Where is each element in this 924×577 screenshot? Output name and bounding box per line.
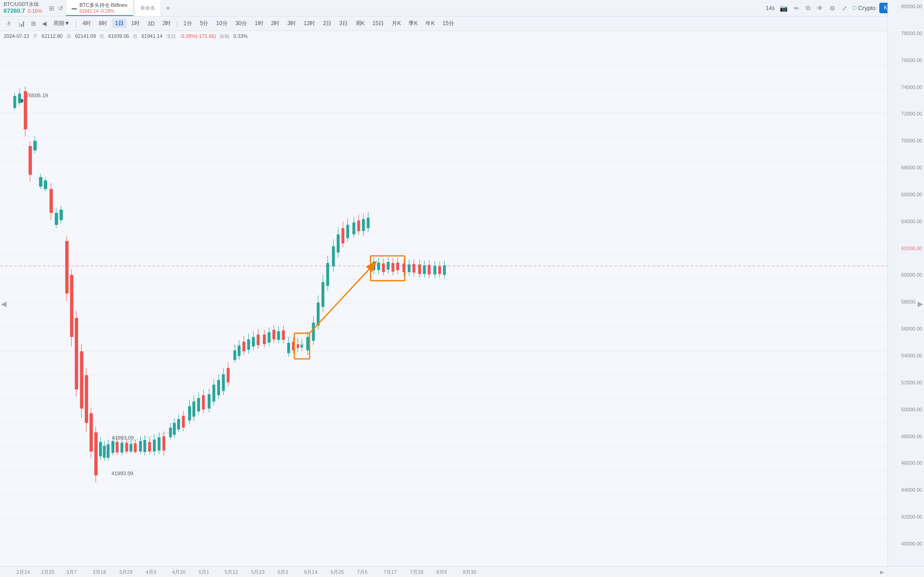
svg-text:2月25: 2月25	[41, 569, 54, 575]
tf-15d[interactable]: 15日	[369, 19, 387, 28]
tf-15m[interactable]: 15分	[439, 19, 457, 28]
date-axis-svg: 2月14 2月25 3月7 3月18 3月29 4月9 4月20 5月1 5月1…	[4, 567, 889, 577]
low-value: 61939.06	[108, 33, 129, 39]
replay-icon[interactable]: ◀	[40, 19, 49, 28]
symbol-info: BTC/USDT永续 67260.7 0.16%	[4, 1, 45, 15]
timeframe-bar: 🕯 📊 ⊞ ◀ 周期▼ | 4时 8时 1日 1时 3D 2时 | 1分 5分 …	[0, 16, 924, 31]
price-tick-48000: 48000.00	[890, 434, 922, 439]
high-price-label: 76505.19	[26, 93, 48, 98]
chart-type-icon[interactable]: 🕯	[4, 19, 14, 28]
tf-3d-2[interactable]: 3日	[336, 19, 351, 28]
crypto-toggle[interactable]: ⬡ Crypto	[852, 5, 876, 11]
date-axis: 2月14 2月25 3月7 3月18 3月29 4月9 4月20 5月1 5月1…	[0, 566, 924, 577]
tf-2d[interactable]: 2日	[320, 19, 335, 28]
svg-text:8月8: 8月8	[436, 569, 447, 575]
tf-1m[interactable]: 1分	[180, 19, 195, 28]
close-value: 61941.14	[142, 33, 163, 39]
svg-text:3月7: 3月7	[66, 569, 77, 575]
price-tick-42000: 42000.00	[890, 514, 922, 519]
change-label: 涨跌	[166, 33, 176, 40]
tf-month[interactable]: 月K	[388, 19, 404, 28]
copy-icon[interactable]: ⧉	[804, 3, 812, 13]
symbol-price: 67260.7	[4, 7, 25, 15]
svg-text:6月25: 6月25	[331, 569, 344, 575]
scroll-right-arrow[interactable]: ▶	[917, 298, 924, 310]
tf-week[interactable]: 周K	[352, 19, 368, 28]
scroll-left-arrow[interactable]: ◀	[0, 298, 7, 310]
price-tick-60000: 60000.00	[890, 272, 922, 278]
price-tick-62000: 62000.00	[890, 246, 922, 251]
open-value: 62112.80	[42, 33, 63, 39]
tf-1d[interactable]: 1日	[112, 19, 127, 28]
svg-text:4月9: 4月9	[146, 569, 156, 575]
save-icon[interactable]: ↺	[57, 4, 65, 13]
svg-text:7月17: 7月17	[383, 569, 397, 575]
low-label: 低	[100, 33, 105, 40]
price-tick-76000: 76000.00	[890, 58, 922, 63]
price-chart-svg: 76505.19 41993.09	[0, 41, 924, 566]
settings-icon[interactable]: ⚙	[828, 4, 837, 13]
fullscreen-icon[interactable]: ⤢	[840, 4, 849, 13]
chart-main[interactable]: ◀ ▶	[0, 41, 924, 566]
price-tick-66000: 66000.00	[890, 192, 922, 197]
tf-1h[interactable]: 1时	[128, 19, 143, 28]
tab-1[interactable]: ▬ BTC多头持仓·Bitfinex 61941.14 -0.28%	[66, 0, 133, 16]
tf-10m[interactable]: 10分	[213, 19, 231, 28]
indicator-icon[interactable]: 📊	[16, 19, 27, 28]
svg-text:6月3: 6月3	[278, 569, 288, 575]
tf-1h-2[interactable]: 1时	[252, 19, 267, 28]
timer-label: 14s	[766, 5, 774, 11]
change-value: -0.28%(-171.66)	[180, 33, 216, 39]
svg-text:7月6: 7月6	[357, 569, 368, 575]
tf-30m[interactable]: 30分	[232, 19, 250, 28]
price-tick-70000: 70000.00	[890, 138, 922, 143]
tf-year[interactable]: 年K	[422, 19, 438, 28]
svg-rect-32	[33, 141, 37, 151]
tf-2h[interactable]: 2时	[159, 19, 174, 28]
add-tab-button[interactable]: +	[162, 4, 173, 12]
chart-and-axis: ◀ ▶	[0, 41, 924, 566]
symbol-change: 0.16%	[28, 8, 42, 14]
eye-icon[interactable]: 👁	[815, 4, 824, 13]
tf-8h[interactable]: 8时	[95, 19, 110, 28]
price-tick-56000: 56000.00	[890, 326, 922, 331]
chart-info-row: 2024-07-22 开 62112.80 高 62141.09 低 61939…	[0, 31, 924, 41]
price-tick-64000: 64000.00	[890, 219, 922, 224]
price-tick-50000: 50000.00	[890, 407, 922, 412]
app-layout: BTC/USDT永续 67260.7 0.16% ⊞ ↺ ▬ BTC多头持仓·B…	[0, 0, 924, 577]
layout-icon[interactable]: ⊞	[47, 4, 56, 13]
multi-chart-icon[interactable]: ⊞	[29, 19, 38, 28]
open-label: 开	[33, 33, 38, 40]
price-tick-40000: 40000.00	[890, 541, 922, 546]
tab-1-sub: 61941.14 -0.28%	[79, 9, 127, 14]
svg-text:5月23: 5月23	[251, 569, 264, 575]
tf-2h-2[interactable]: 2时	[268, 19, 283, 28]
chart-section: ◀ ▶	[0, 41, 924, 577]
tf-5m[interactable]: 5分	[197, 19, 212, 28]
price-tick-74000: 74000.00	[890, 84, 922, 90]
top-bar: BTC/USDT永续 67260.7 0.16% ⊞ ↺ ▬ BTC多头持仓·B…	[0, 0, 924, 16]
tf-separator: |	[75, 20, 77, 27]
tab-1-name: BTC多头持仓·Bitfinex	[79, 2, 127, 9]
price-tick-54000: 54000.00	[890, 353, 922, 358]
svg-text:5月12: 5月12	[225, 569, 238, 575]
svg-rect-48	[75, 318, 78, 389]
svg-text:8月30: 8月30	[463, 569, 476, 575]
tab-2[interactable]: 未命名	[134, 0, 161, 16]
tf-3h[interactable]: 3时	[284, 19, 299, 28]
pencil-icon[interactable]: ✏	[793, 4, 801, 13]
price-tick-46000: 46000.00	[890, 460, 922, 466]
tf-3d[interactable]: 3D	[144, 20, 158, 28]
range-label: 振幅	[220, 33, 230, 40]
low-price-label: 41993.09	[112, 435, 134, 441]
tf-quarter[interactable]: 季K	[405, 19, 421, 28]
chart-date: 2024-07-22	[4, 33, 29, 39]
close-label: 收	[133, 33, 138, 40]
price-tick-68000: 68000.00	[890, 165, 922, 170]
tf-12h[interactable]: 12时	[300, 19, 318, 28]
period-dropdown[interactable]: 周期▼	[50, 19, 73, 28]
camera-icon[interactable]: 📷	[778, 4, 789, 13]
price-tick-52000: 52000.00	[890, 380, 922, 385]
tf-4h[interactable]: 4时	[79, 19, 94, 28]
svg-text:7月28: 7月28	[410, 569, 423, 575]
